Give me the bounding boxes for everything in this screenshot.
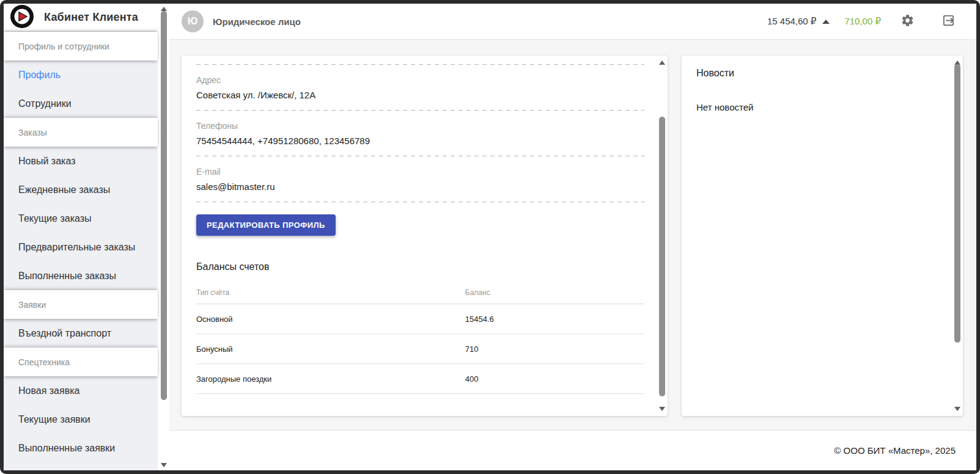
- sidebar-item-current-requests[interactable]: Текущие заявки: [4, 405, 158, 434]
- balances-table: Тип счёта Баланс Основной 15454.6 Бонусн…: [196, 281, 644, 394]
- email-value: sales@bitmaster.ru: [196, 181, 644, 193]
- sidebar-section-special-equipment: Спецтехника: [4, 348, 158, 376]
- phones-label: Телефоны: [196, 120, 644, 131]
- account-type-cell: Бонусный: [196, 345, 465, 354]
- scroll-up-icon[interactable]: [659, 60, 665, 65]
- sidebar-section-requests: Заявки: [4, 290, 158, 319]
- email-label: E-mail: [196, 166, 644, 177]
- gear-icon: [901, 13, 915, 29]
- balance-caret-up-icon[interactable]: [822, 20, 830, 24]
- account-type-cell: Основной: [196, 315, 465, 324]
- app-title: Кабинет Клиента: [44, 11, 138, 24]
- app-window: Кабинет Клиента Профиль и сотрудники Про…: [0, 0, 980, 474]
- balance-cell: 15454.6: [465, 315, 644, 324]
- balances-heading: Балансы счетов: [196, 260, 644, 274]
- sidebar-logo-row: Кабинет Клиента: [4, 4, 158, 32]
- news-empty-message: Нет новостей: [696, 102, 940, 112]
- sidebar-item-current-orders[interactable]: Текущие заказы: [4, 204, 158, 233]
- sidebar-scrollbar[interactable]: [158, 4, 169, 470]
- sidebar-item-profile[interactable]: Профиль: [4, 60, 158, 89]
- table-row: Основной 15454.6: [196, 304, 644, 334]
- logout-button[interactable]: [941, 13, 956, 29]
- news-card: Новости Нет новостей: [682, 56, 963, 416]
- scrollbar-thumb[interactable]: [161, 11, 167, 400]
- topbar: Ю Юридическое лицо 15 454,60 ₽ 710,00 ₽: [169, 4, 976, 40]
- app-logo-icon: [10, 4, 34, 31]
- account-type-cell: Загородные поездки: [196, 374, 465, 384]
- sidebar-item-completed-requests[interactable]: Выполненные заявки: [4, 434, 158, 462]
- dashed-divider: [196, 156, 644, 156]
- phones-value: 75454544444, +74951280680, 123456789: [196, 135, 644, 147]
- address-label: Адрес: [196, 75, 644, 86]
- scrollbar-thumb[interactable]: [659, 117, 665, 396]
- profile-card: Адрес Советская ул. /Ижевск/, 12А Телефо…: [182, 56, 668, 416]
- avatar: Ю: [182, 10, 204, 32]
- sidebar-nav: Профиль и сотрудники Профиль Сотрудники …: [4, 32, 158, 470]
- sidebar-section-orders: Заказы: [4, 118, 158, 147]
- table-row: Бонусный 710: [196, 334, 644, 364]
- sidebar-item-preliminary-orders[interactable]: Предварительные заказы: [4, 233, 158, 261]
- balance-cell: 710: [465, 345, 644, 354]
- address-value: Советская ул. /Ижевск/, 12А: [196, 89, 644, 101]
- scroll-down-icon[interactable]: [954, 407, 960, 411]
- main-balance: 15 454,60 ₽: [767, 16, 816, 27]
- sidebar-item-new-order[interactable]: Новый заказ: [4, 147, 158, 175]
- edit-profile-button[interactable]: РЕДАКТИРОВАТЬ ПРОФИЛЬ: [196, 214, 336, 236]
- scroll-up-icon[interactable]: [161, 7, 167, 11]
- sidebar-item-inbound-transport[interactable]: Въездной транспорт: [4, 319, 158, 348]
- scroll-down-icon[interactable]: [659, 407, 665, 411]
- footer: © ООО БИТ «Мастер», 2025: [169, 430, 976, 470]
- balance-cell: 400: [465, 374, 644, 384]
- bonus-balance: 710,00 ₽: [844, 16, 881, 27]
- dashed-divider: [196, 64, 644, 65]
- sidebar-item-employees[interactable]: Сотрудники: [4, 89, 158, 118]
- scroll-down-icon[interactable]: [161, 463, 167, 467]
- sidebar-item-daily-orders[interactable]: Ежедневные заказы: [4, 175, 158, 204]
- scrollbar-thumb[interactable]: [954, 64, 960, 343]
- sidebar-item-completed-orders[interactable]: Выполненные заказы: [4, 261, 158, 290]
- news-title: Новости: [696, 68, 940, 79]
- column-header-account-type: Тип счёта: [196, 288, 465, 297]
- logout-icon: [941, 13, 956, 29]
- dashed-divider: [196, 110, 644, 111]
- content-area: Адрес Советская ул. /Ижевск/, 12А Телефо…: [169, 40, 976, 430]
- copyright-text: © ООО БИТ «Мастер», 2025: [834, 445, 956, 456]
- profile-card-scrollbar[interactable]: [657, 56, 667, 416]
- company-name: Юридическое лицо: [213, 16, 301, 27]
- settings-button[interactable]: [901, 13, 915, 29]
- sidebar-section-profile-employees: Профиль и сотрудники: [4, 32, 158, 60]
- table-header-row: Тип счёта Баланс: [196, 281, 644, 304]
- sidebar-item-new-request[interactable]: Новая заявка: [4, 376, 158, 405]
- sidebar: Кабинет Клиента Профиль и сотрудники Про…: [4, 4, 158, 470]
- dashed-divider: [196, 202, 644, 202]
- news-card-scrollbar[interactable]: [952, 56, 962, 416]
- table-row: Загородные поездки 400: [196, 364, 644, 394]
- column-header-balance: Баланс: [465, 288, 644, 297]
